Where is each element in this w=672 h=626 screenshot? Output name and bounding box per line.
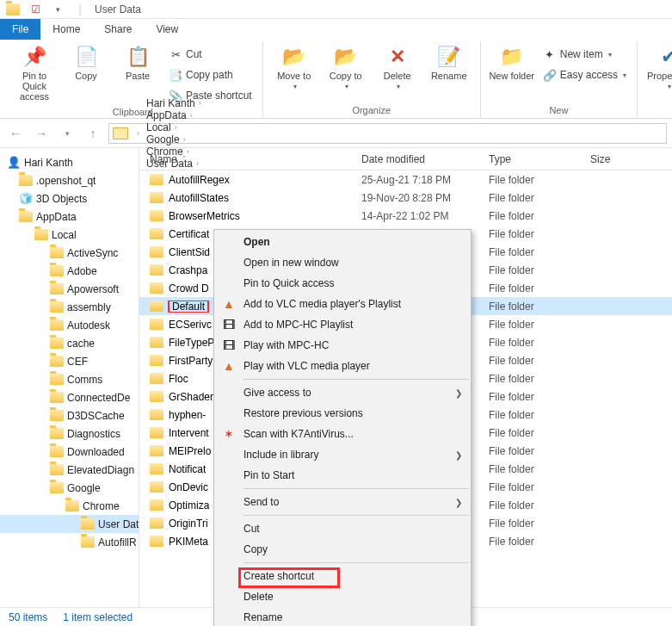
tree-item[interactable]: assembly [0, 298, 139, 316]
qat-properties-icon[interactable]: ☑ [26, 1, 45, 18]
ctx-restore-versions[interactable]: Restore previous versions [214, 403, 471, 424]
cut-button[interactable]: ✂Cut [165, 45, 256, 64]
nav-up-button[interactable]: ↑ [83, 123, 103, 144]
copy-icon: 📄 [72, 45, 100, 69]
file-row[interactable]: AutofillRegex25-Aug-21 7:18 PMFile folde… [139, 170, 672, 189]
tree-item[interactable]: AppData [0, 208, 139, 226]
file-type: File folder [489, 373, 590, 385]
ctx-create-shortcut[interactable]: Create shortcut [214, 566, 471, 586]
tab-home[interactable]: Home [40, 19, 92, 40]
navbar: ← → ▾ ↑ › Hari Kanth›AppData›Local›Googl… [0, 119, 672, 148]
ctx-mpc-play[interactable]: 🎞Play with MPC-HC [214, 335, 471, 356]
pin-to-quick-access-button[interactable]: 📌 Pin to Quick access [10, 41, 59, 102]
tree-item[interactable]: 🧊3D Objects [0, 189, 139, 208]
tree-item[interactable]: Local [0, 226, 139, 244]
nav-forward-button[interactable]: → [31, 123, 52, 144]
move-to-button[interactable]: 📂 Move to [270, 41, 318, 90]
new-folder-button[interactable]: 📁 New folder [488, 41, 536, 81]
tree-item[interactable]: Downloaded [0, 443, 139, 461]
tree-item[interactable]: Diagnostics [0, 425, 139, 443]
paste-button[interactable]: 📋 Paste [114, 41, 162, 81]
tree-item[interactable]: CEF [0, 352, 139, 370]
file-type: File folder [489, 264, 590, 276]
tree-item[interactable]: .openshot_qt [0, 171, 139, 189]
tree-item-label: Apowersoft [67, 283, 119, 295]
move-to-icon: 📂 [281, 45, 308, 69]
tree-item[interactable]: Google [0, 479, 139, 497]
ctx-separator [244, 488, 469, 489]
new-item-icon: ✦ [543, 47, 557, 61]
tree-item[interactable]: D3DSCache [0, 406, 139, 425]
tree-item-label: Downloaded [67, 446, 125, 458]
tree-item[interactable]: Adobe [0, 262, 139, 280]
nav-recent-dropdown[interactable]: ▾ [57, 123, 77, 144]
file-name: Notificat [169, 463, 206, 475]
properties-button[interactable]: ✔ Properties [644, 41, 672, 90]
file-name: Default [169, 301, 208, 313]
titlebar: ☑ ▾ | User Data [0, 0, 672, 19]
breadcrumb-segment[interactable]: Local› [145, 121, 207, 133]
tree-item[interactable]: ActiveSync [0, 244, 139, 262]
ctx-open[interactable]: Open [214, 232, 471, 252]
file-row[interactable]: AutofillStates19-Nov-20 8:28 PMFile fold… [139, 189, 672, 207]
ctx-copy[interactable]: Copy [214, 539, 471, 560]
col-header-type[interactable]: Type [489, 153, 590, 165]
window-title: User Data [95, 3, 141, 15]
easy-access-button[interactable]: 🔗Easy access [539, 65, 630, 84]
tree-item[interactable]: User Data [0, 515, 139, 533]
tree-item[interactable]: cache [0, 334, 139, 352]
nav-tree[interactable]: 👤Hari Kanth.openshot_qt🧊3D ObjectsAppDat… [0, 148, 139, 607]
group-new: 📁 New folder ✦New item 🔗Easy access New [481, 41, 638, 118]
copy-to-button[interactable]: 📂 Copy to [322, 41, 370, 90]
tab-view[interactable]: View [144, 19, 190, 40]
tree-item[interactable]: AutofillR [0, 533, 139, 551]
col-header-name[interactable]: Name˄ [139, 153, 361, 165]
tab-share[interactable]: Share [92, 19, 144, 40]
new-item-button[interactable]: ✦New item [539, 45, 630, 64]
breadcrumb-segment[interactable]: Google› [145, 133, 207, 146]
ctx-mpc-playlist[interactable]: 🎞Add to MPC-HC Playlist [214, 314, 471, 335]
tree-item[interactable]: ConnectedDe [0, 388, 139, 406]
rename-icon: 📝 [435, 45, 463, 69]
rename-button[interactable]: 📝 Rename [425, 41, 473, 81]
ctx-give-access[interactable]: Give access to❯ [214, 382, 471, 403]
delete-button[interactable]: ✕ Delete [373, 41, 422, 90]
ctx-open-new-window[interactable]: Open in new window [214, 252, 471, 273]
breadcrumb-bar[interactable]: › Hari Kanth›AppData›Local›Google›Chrome… [108, 123, 667, 144]
folder-icon [150, 210, 163, 221]
breadcrumb-segment[interactable]: Hari Kanth› [145, 97, 207, 109]
file-type: File folder [489, 445, 590, 457]
tree-item[interactable]: Comms [0, 370, 139, 388]
folder-icon [50, 410, 64, 421]
vlc-icon: ▲ [221, 296, 237, 312]
tree-item[interactable]: Chrome [0, 497, 139, 515]
ctx-scan-antivirus[interactable]: ✶Scan with K7AntiVirus... [214, 424, 471, 444]
col-header-date[interactable]: Date modified [361, 153, 489, 165]
col-header-size[interactable]: Size [590, 153, 642, 165]
tree-item[interactable]: Apowersoft [0, 280, 139, 298]
ctx-cut[interactable]: Cut [214, 518, 471, 539]
chevron-right-icon: ❯ [455, 498, 462, 507]
ctx-pin-quick-access[interactable]: Pin to Quick access [214, 273, 471, 294]
tree-item[interactable]: Autodesk [0, 316, 139, 334]
qat-dropdown-icon[interactable]: ▾ [48, 1, 67, 18]
ctx-vlc-playlist[interactable]: ▲Add to VLC media player's Playlist [214, 294, 471, 314]
file-type: File folder [489, 463, 590, 475]
ctx-pin-start[interactable]: Pin to Start [214, 465, 471, 486]
ctx-send-to[interactable]: Send to❯ [214, 492, 471, 512]
ctx-vlc-play[interactable]: ▲Play with VLC media player [214, 356, 471, 376]
ctx-delete[interactable]: Delete [214, 586, 471, 607]
copy-button[interactable]: 📄 Copy [62, 41, 110, 81]
copy-path-button[interactable]: 📑Copy path [165, 65, 256, 84]
tree-item[interactable]: 👤Hari Kanth [0, 153, 139, 171]
folder-icon [65, 500, 79, 511]
tab-file[interactable]: File [0, 19, 40, 40]
nav-back-button[interactable]: ← [5, 123, 26, 144]
file-row[interactable]: BrowserMetrics14-Apr-22 1:02 PMFile fold… [139, 207, 672, 225]
ctx-include-library[interactable]: Include in library❯ [214, 444, 471, 465]
ctx-rename[interactable]: Rename [214, 607, 471, 626]
file-type: File folder [489, 192, 590, 204]
file-type: File folder [489, 355, 590, 367]
breadcrumb-segment[interactable]: AppData› [145, 109, 207, 121]
tree-item[interactable]: ElevatedDiagn [0, 461, 139, 479]
